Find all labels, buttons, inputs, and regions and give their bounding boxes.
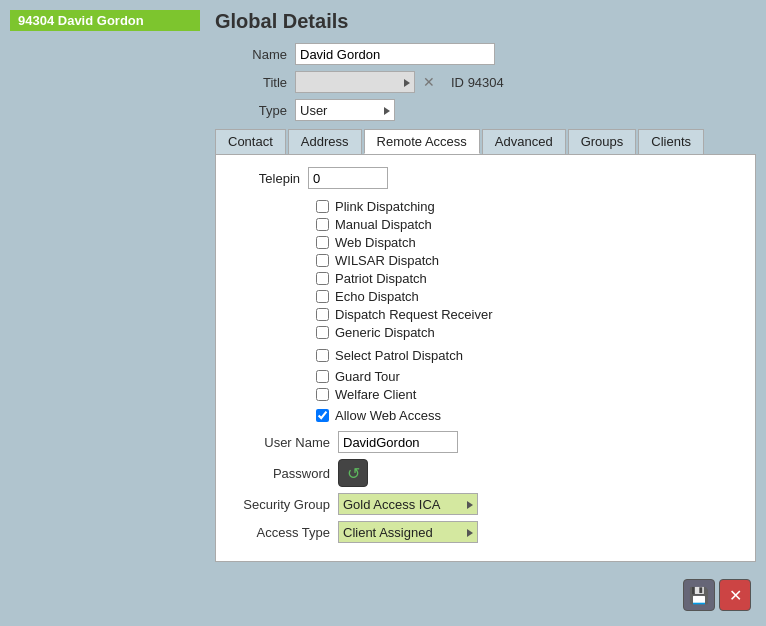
generic-dispatch-label: Generic Dispatch [335,325,435,340]
title-row: Title ✕ ID 94304 [215,71,756,93]
type-dropdown[interactable]: User [295,99,395,121]
manual-dispatch-label: Manual Dispatch [335,217,432,232]
dispatch-receiver-checkbox[interactable] [316,308,329,321]
checkbox-plink: Plink Dispatching [316,199,743,214]
main-panel: Global Details Name Title ✕ ID 94304 Typ… [215,10,756,616]
checkbox-generic: Generic Dispatch [316,325,743,340]
tab-advanced[interactable]: Advanced [482,129,566,154]
password-reset-icon: ↺ [347,464,360,483]
password-reset-button[interactable]: ↺ [338,459,368,487]
checkbox-manual: Manual Dispatch [316,217,743,232]
action-buttons: 💾 ✕ [683,579,751,611]
checkbox-echo: Echo Dispatch [316,289,743,304]
wilsar-dispatch-label: WILSAR Dispatch [335,253,439,268]
checkbox-guard-tour: Guard Tour [316,369,743,384]
allow-web-access-checkbox[interactable] [316,409,329,422]
echo-dispatch-checkbox[interactable] [316,290,329,303]
checkbox-patriot: Patriot Dispatch [316,271,743,286]
username-input[interactable] [338,431,458,453]
dispatch-receiver-label: Dispatch Request Receiver [335,307,493,322]
tab-remote-access[interactable]: Remote Access [364,129,480,154]
checkbox-wilsar: WILSAR Dispatch [316,253,743,268]
web-dispatch-label: Web Dispatch [335,235,416,250]
title-clear-button[interactable]: ✕ [423,74,435,90]
telepin-row: Telepin [228,167,743,189]
bottom-fields: User Name Password ↺ Security Group Gold… [228,431,743,543]
welfare-client-checkbox[interactable] [316,388,329,401]
tab-content-remote-access: Telepin Plink Dispatching Manual Dispatc… [215,154,756,562]
security-group-row: Security Group Gold Access ICA [228,493,743,515]
save-button[interactable]: 💾 [683,579,715,611]
type-row: Type User [215,99,756,121]
access-type-label: Access Type [228,525,338,540]
telepin-input[interactable] [308,167,388,189]
plink-label: Plink Dispatching [335,199,435,214]
patrol-checkbox-area: Select Patrol Dispatch [316,348,743,363]
echo-dispatch-label: Echo Dispatch [335,289,419,304]
telepin-label: Telepin [228,171,308,186]
manual-dispatch-checkbox[interactable] [316,218,329,231]
access-type-arrow-icon [463,525,473,540]
checkbox-welfare: Welfare Client [316,387,743,402]
tab-contact[interactable]: Contact [215,129,286,154]
title-dropdown[interactable] [295,71,415,93]
tab-clients[interactable]: Clients [638,129,704,154]
patrol-dispatch-label: Select Patrol Dispatch [335,348,463,363]
close-button[interactable]: ✕ [719,579,751,611]
name-input[interactable] [295,43,495,65]
generic-dispatch-checkbox[interactable] [316,326,329,339]
top-bar-user-label: 94304 David Gordon [18,13,144,28]
username-label: User Name [228,435,338,450]
type-value: User [300,103,327,118]
security-group-label: Security Group [228,497,338,512]
type-arrow-icon [380,103,390,118]
type-label: Type [215,103,295,118]
checkbox-allow-web: Allow Web Access [316,408,743,423]
checkbox-web: Web Dispatch [316,235,743,250]
tour-welfare-area: Guard Tour Welfare Client [316,369,743,402]
dispatch-checkboxes: Plink Dispatching Manual Dispatch Web Di… [316,199,743,340]
patriot-dispatch-label: Patriot Dispatch [335,271,427,286]
name-label: Name [215,47,295,62]
tab-groups[interactable]: Groups [568,129,637,154]
wilsar-dispatch-checkbox[interactable] [316,254,329,267]
web-dispatch-checkbox[interactable] [316,236,329,249]
guard-tour-label: Guard Tour [335,369,400,384]
tabs-bar: Contact Address Remote Access Advanced G… [215,129,756,154]
allow-web-area: Allow Web Access [316,408,743,423]
id-label: ID 94304 [451,75,504,90]
username-row: User Name [228,431,743,453]
security-group-dropdown[interactable]: Gold Access ICA [338,493,478,515]
security-group-value: Gold Access ICA [343,497,441,512]
security-group-arrow-icon [463,497,473,512]
guard-tour-checkbox[interactable] [316,370,329,383]
access-type-row: Access Type Client Assigned [228,521,743,543]
checkbox-patrol: Select Patrol Dispatch [316,348,743,363]
top-bar-user-item[interactable]: 94304 David Gordon [10,10,200,31]
title-label: Title [215,75,295,90]
access-type-dropdown[interactable]: Client Assigned [338,521,478,543]
password-row: Password ↺ [228,459,743,487]
checkbox-dispatch-receiver: Dispatch Request Receiver [316,307,743,322]
patrol-dispatch-checkbox[interactable] [316,349,329,362]
title-arrow-icon [400,75,410,90]
title-controls: ✕ ID 94304 [295,71,504,93]
patriot-dispatch-checkbox[interactable] [316,272,329,285]
save-icon: 💾 [689,586,709,605]
page-title: Global Details [215,10,756,33]
plink-checkbox[interactable] [316,200,329,213]
access-type-value: Client Assigned [343,525,433,540]
allow-web-access-label: Allow Web Access [335,408,441,423]
password-label: Password [228,466,338,481]
tab-address[interactable]: Address [288,129,362,154]
name-row: Name [215,43,756,65]
welfare-client-label: Welfare Client [335,387,416,402]
close-icon: ✕ [729,586,742,605]
